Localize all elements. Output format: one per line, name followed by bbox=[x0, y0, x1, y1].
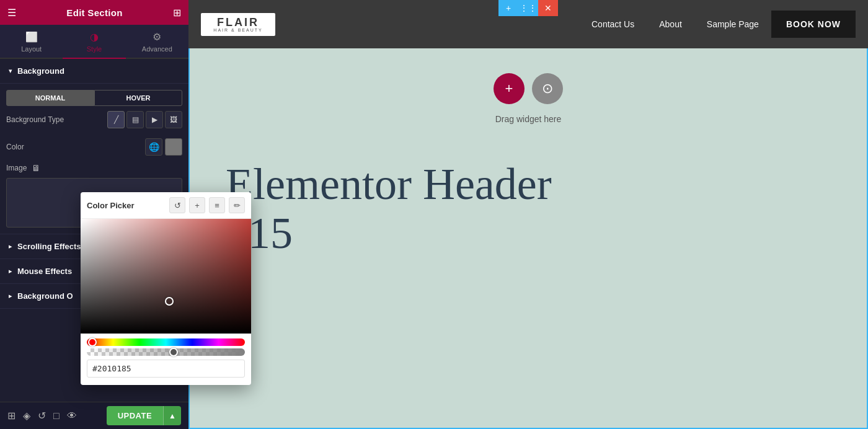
cp-eyedropper-btn[interactable]: ✏ bbox=[229, 197, 245, 213]
bg-type-video-btn[interactable]: ▶ bbox=[146, 111, 163, 128]
section-toolbar: + ⋮⋮ ✕ bbox=[498, 0, 558, 16]
gradient-svg bbox=[81, 219, 251, 334]
right-panel: + ⋮⋮ ✕ FLAIR HAIR & BEAUTY Contact Us Ab… bbox=[188, 0, 868, 429]
bg-overlay-label: Background O bbox=[17, 291, 73, 301]
bottom-toolbar: ⊞ ◈ ↺ □ 👁 UPDATE ▲ bbox=[0, 402, 188, 429]
svg-rect-1 bbox=[81, 219, 251, 334]
tab-advanced[interactable]: ⚙ Advanced bbox=[126, 25, 188, 59]
shapes-icon[interactable]: ◈ bbox=[23, 410, 30, 422]
image-label: Image bbox=[6, 164, 27, 172]
color-picker-title: Color Picker bbox=[87, 201, 166, 210]
site-logo-box: FLAIR HAIR & BEAUTY bbox=[201, 13, 275, 36]
color-swatches: 🌐 bbox=[145, 138, 182, 156]
update-btn-wrap: UPDATE ▲ bbox=[107, 406, 181, 425]
scrolling-arrow-icon: ▸ bbox=[9, 242, 12, 250]
bg-overlay-arrow-icon: ▸ bbox=[9, 292, 12, 300]
nav-contact[interactable]: Contact Us bbox=[591, 19, 634, 29]
widget-drop-icons: + ⊙ bbox=[494, 73, 563, 104]
hex-input-wrap bbox=[87, 360, 245, 378]
background-type-options: ╱ ▤ ▶ 🖼 bbox=[107, 111, 182, 128]
color-global-btn[interactable]: 🌐 bbox=[145, 138, 162, 156]
device-icon[interactable]: □ bbox=[53, 410, 60, 422]
hex-input[interactable] bbox=[87, 360, 245, 378]
hue-thumb bbox=[88, 338, 97, 347]
alpha-thumb bbox=[169, 348, 178, 356]
site-logo-subtitle: HAIR & BEAUTY bbox=[207, 28, 269, 32]
tab-advanced-label: Advanced bbox=[142, 45, 172, 53]
left-panel: ☰ Edit Section ⊞ ⬜ Layout ◑ Style ⚙ Adva… bbox=[0, 0, 188, 429]
cp-list-btn[interactable]: ≡ bbox=[209, 197, 225, 213]
site-logo-title: FLAIR bbox=[207, 17, 269, 28]
advanced-icon: ⚙ bbox=[153, 31, 161, 43]
eye-icon[interactable]: 👁 bbox=[67, 410, 77, 422]
cp-add-btn[interactable]: + bbox=[189, 197, 205, 213]
cp-reset-btn[interactable]: ↺ bbox=[169, 197, 185, 213]
color-picker-header: Color Picker ↺ + ≡ ✏ bbox=[81, 192, 251, 219]
layout-icon: ⬜ bbox=[25, 31, 38, 43]
site-logo: FLAIR HAIR & BEAUTY bbox=[201, 13, 275, 36]
color-label: Color bbox=[6, 143, 140, 151]
site-heading: Elementor Header #15 bbox=[226, 160, 831, 258]
background-type-label: Background Type bbox=[6, 115, 102, 124]
tab-style[interactable]: ◑ Style bbox=[63, 25, 125, 59]
bg-type-gradient-btn[interactable]: ▤ bbox=[126, 111, 144, 128]
color-row: Color 🌐 bbox=[0, 133, 188, 161]
alpha-slider[interactable] bbox=[87, 348, 245, 356]
site-heading-text: Elementor Header #15 bbox=[226, 160, 831, 258]
book-now-button[interactable]: BOOK NOW bbox=[771, 11, 856, 38]
tab-style-label: Style bbox=[87, 45, 102, 53]
grid-icon[interactable]: ⊞ bbox=[173, 7, 181, 19]
nav-about[interactable]: About bbox=[659, 19, 682, 29]
panel-title: Edit Section bbox=[66, 7, 122, 18]
normal-state-btn[interactable]: NORMAL bbox=[6, 90, 94, 106]
panel-tabs: ⬜ Layout ◑ Style ⚙ Advanced bbox=[0, 25, 188, 59]
section-arrow-icon: ▾ bbox=[9, 67, 12, 75]
bg-type-solid-btn[interactable]: ╱ bbox=[107, 111, 125, 128]
hue-slider[interactable] bbox=[87, 338, 245, 346]
background-section-heading[interactable]: ▾ Background bbox=[0, 59, 188, 84]
style-icon: ◑ bbox=[90, 31, 99, 43]
bg-type-slideshow-btn[interactable]: 🖼 bbox=[165, 111, 182, 128]
nav-sample[interactable]: Sample Page bbox=[707, 19, 759, 29]
widget-drop-area: + ⊙ Drag widget here bbox=[494, 73, 563, 124]
color-swatch[interactable] bbox=[165, 138, 182, 156]
bg-state-toggle: NORMAL HOVER bbox=[6, 90, 182, 106]
image-row: Image 🖥 bbox=[0, 161, 188, 178]
section-close-btn[interactable]: ✕ bbox=[538, 0, 558, 16]
mouse-effects-label: Mouse Effects bbox=[17, 267, 72, 276]
panel-header: ☰ Edit Section ⊞ bbox=[0, 0, 188, 25]
layers-icon[interactable]: ⊞ bbox=[7, 410, 16, 422]
update-button[interactable]: UPDATE bbox=[107, 406, 163, 425]
monitor-icon: 🖥 bbox=[32, 163, 40, 173]
color-picker-popup: Color Picker ↺ + ≡ ✏ bbox=[81, 192, 251, 385]
add-template-btn[interactable]: ⊙ bbox=[532, 73, 563, 104]
scrolling-effects-label: Scrolling Effects bbox=[17, 242, 81, 251]
site-nav-links: Contact Us About Sample Page bbox=[591, 19, 759, 29]
mouse-arrow-icon: ▸ bbox=[9, 267, 12, 275]
site-main: + ⊙ Drag widget here Elementor Header #1… bbox=[188, 48, 868, 429]
hamburger-icon[interactable]: ☰ bbox=[7, 7, 16, 19]
tab-layout-label: Layout bbox=[21, 45, 42, 53]
color-picker-gradient-area[interactable] bbox=[81, 219, 251, 334]
background-type-row: Background Type ╱ ▤ ▶ 🖼 bbox=[0, 106, 188, 133]
tab-layout[interactable]: ⬜ Layout bbox=[0, 25, 63, 59]
hover-state-btn[interactable]: HOVER bbox=[94, 90, 182, 106]
drag-widget-text: Drag widget here bbox=[495, 114, 562, 124]
add-widget-btn[interactable]: + bbox=[494, 73, 525, 104]
undo-icon[interactable]: ↺ bbox=[38, 410, 46, 422]
section-add-btn[interactable]: + bbox=[498, 0, 518, 16]
update-arrow-button[interactable]: ▲ bbox=[163, 406, 181, 425]
section-move-btn[interactable]: ⋮⋮ bbox=[518, 0, 538, 16]
background-section-label: Background bbox=[17, 66, 64, 76]
